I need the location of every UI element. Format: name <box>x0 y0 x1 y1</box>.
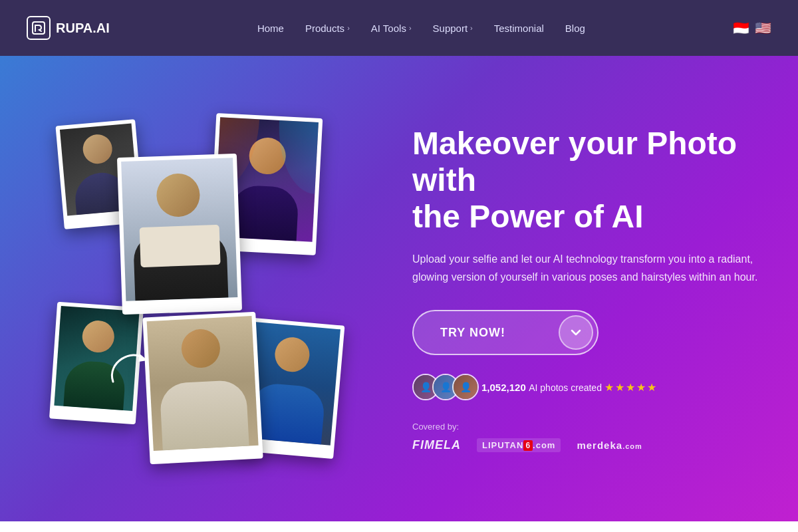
nav-links: Home Products › AI Tools › Support › Tes… <box>257 23 585 34</box>
photo-count: 1,052,120 <box>481 382 526 393</box>
nav-item-ai-tools[interactable]: AI Tools › <box>371 23 412 34</box>
nav-flags: 🇮🇩 🇺🇸 <box>733 20 771 36</box>
try-now-button[interactable]: TRY NOW! <box>412 310 598 355</box>
nav-item-testimonial[interactable]: Testimonial <box>494 23 544 34</box>
flag-indonesia-icon[interactable]: 🇮🇩 <box>733 20 749 36</box>
covered-label: Covered by: <box>412 422 758 432</box>
proof-text-block: 1,052,120 AI photos created ★★★★★ <box>481 381 658 394</box>
covered-by-section: Covered by: FIMELA LIPUTAN6.com merdeka.… <box>412 422 758 452</box>
hero-section: Makeover your Photo with the Power of AI… <box>0 56 798 521</box>
arrow-curve-icon <box>100 342 153 395</box>
photo-collage <box>40 102 359 475</box>
try-now-chevron-icon <box>559 315 593 350</box>
proof-description: AI photos created <box>529 382 604 393</box>
nav-item-support[interactable]: Support › <box>433 23 473 34</box>
brand-logos: FIMELA LIPUTAN6.com merdeka.com <box>412 438 758 452</box>
merdeka-logo: merdeka.com <box>577 440 642 451</box>
navbar: RUPA.AI Home Products › AI Tools › Suppo… <box>0 0 798 56</box>
avatar-3: 👤 <box>452 374 479 400</box>
nav-item-products[interactable]: Products › <box>305 23 350 34</box>
photo-card-main-portrait <box>117 154 242 315</box>
star-rating: ★★★★★ <box>604 382 658 393</box>
hero-left <box>0 56 399 521</box>
ai-tools-chevron-icon: › <box>409 24 412 32</box>
avatar-stack: 👤 👤 👤 <box>412 374 472 400</box>
hero-subtitle: Upload your selfie and let our AI techno… <box>412 251 758 286</box>
hero-title: Makeover your Photo with the Power of AI <box>412 125 758 235</box>
photo-card-suit <box>142 312 263 465</box>
logo-icon <box>27 16 51 40</box>
svg-rect-0 <box>33 22 45 34</box>
fimela-logo: FIMELA <box>412 438 461 452</box>
logo-text: RUPA.AI <box>56 21 110 36</box>
bottom-section: Exploration <box>0 521 798 532</box>
nav-item-home[interactable]: Home <box>257 23 284 34</box>
support-chevron-icon: › <box>470 24 473 32</box>
try-now-label: TRY NOW! <box>440 326 505 340</box>
hero-right: Makeover your Photo with the Power of AI… <box>399 125 798 452</box>
svg-marker-1 <box>138 354 148 362</box>
flag-us-icon[interactable]: 🇺🇸 <box>755 20 771 36</box>
nav-item-blog[interactable]: Blog <box>565 23 585 34</box>
social-proof: 👤 👤 👤 1,052,120 AI photos created ★★★★★ <box>412 374 758 400</box>
liputan-logo: LIPUTAN6.com <box>477 438 561 452</box>
logo[interactable]: RUPA.AI <box>27 16 110 40</box>
products-chevron-icon: › <box>347 24 350 32</box>
